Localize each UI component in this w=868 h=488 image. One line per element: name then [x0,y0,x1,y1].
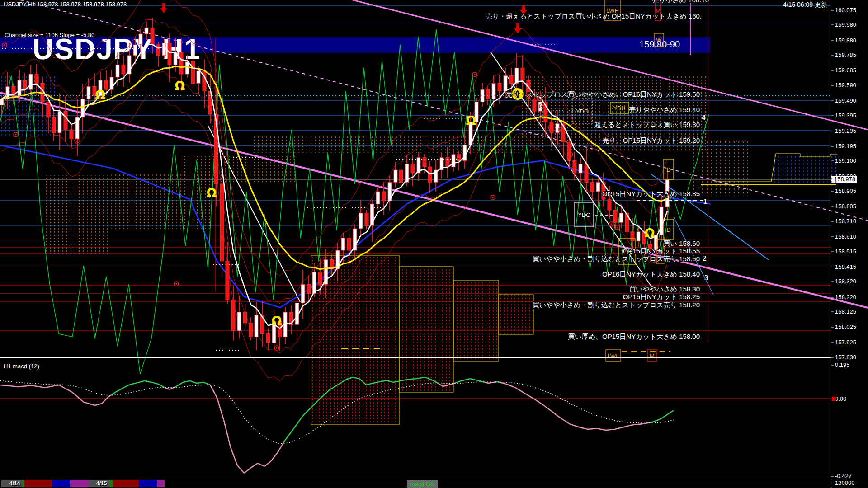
sell-signal-marker [2,43,7,47]
omega-signal-icon: Ω [95,88,106,102]
svg-text:D: D [666,166,670,173]
macd-toggle-button[interactable]: macd ON [407,480,438,488]
price-annotation: 買いやや小さめ・割り込むとストップロス売り 158.20 [533,301,700,310]
svg-text:W: W [656,37,662,43]
session-strip-segment [139,480,157,487]
omega-signal-icon: Ω [466,113,476,127]
sell-signal-marker [274,346,279,350]
price-annotation: 売り・ストップロス買いやや小さめ、OP16日NYカット 159.50 [505,90,700,99]
marker-box-w: W [654,33,664,46]
price-annotation: 売り・超えるとストップロス買い小さめ OP15日NYカット大きめ 160. [486,12,702,21]
last-updated-label: 4/15 06:09 更新 [783,1,827,9]
price-annotation: 売りやや小さめ 159.40 [629,106,700,114]
session-strip-segment [70,480,88,487]
date-label: 4/14 [9,480,20,487]
down-arrow-icon [160,3,167,13]
session-strip-segment [113,480,139,487]
chart-canvas[interactable]: ΩΩΩΩΩΩLWHMWYDOYDHDYDCDWYDLLWLM [0,0,868,488]
wave-count-label: 2 [703,254,707,263]
session-strip-segment [165,480,831,487]
trading-chart-window: 159.80-90 USDJPY H1 ΩΩΩΩΩΩLWHMWYDOYDHDYD… [0,0,868,488]
price-annotation: 売り、OP15日NYカット 159.20 [602,136,700,145]
session-strip-segment [157,480,165,487]
price-annotation: OP15日NYカット大きめ 158.85 [602,190,700,198]
omega-signal-icon: Ω [645,226,655,240]
price-annotation: OP15日NYカット 158.25 [623,293,700,301]
svg-text:YDO: YDO [576,108,589,115]
macd-indicator-label: H1 macd (12) [4,363,39,370]
sell-signal-marker [472,72,477,77]
price-annotation: OP16日NYカット大きめ 158.40 [602,270,700,279]
pane-separator-bottom [0,360,831,360]
price-annotation: 売り小さめ 160.10 [652,0,709,5]
channel-info-label: Channel size = 1106 Slope = -5.80 [5,32,94,38]
date-label: 4/15 [96,480,107,487]
price-annotation: 買いやや小さめ・割り込むとストップロス売り 158.50 [533,255,700,263]
session-strip-segment [24,480,52,487]
price-annotation: 超えるとストップロス買い 159.30 [594,121,700,129]
omega-signal-icon: Ω [207,186,217,200]
svg-text:YDH: YDH [613,105,625,112]
omega-signal-icon: Ω [272,314,282,328]
wave-count-label: 1 [703,197,708,206]
pane-separator-top[interactable] [0,357,831,358]
wave-count-label: 4 [702,113,706,122]
down-arrow-icon [514,23,521,33]
sell-signal-marker [75,139,79,143]
ohlc-title: USDJPY,H1 158.978 158.978 158.978 158.97… [4,1,127,8]
svg-text:YDC: YDC [578,211,590,218]
marker-box-d: D [664,219,674,239]
chart-graphics: ΩΩΩΩΩΩLWHMWYDOYDHDYDCDWYDLLWLM [0,0,868,473]
session-strip-segment [52,480,70,487]
wave-count-label: 3 [704,273,708,282]
price-annotation: 買い厚め、OP15日NYカット大きめ 158.00 [568,333,700,341]
svg-text:D: D [666,226,670,233]
sell-signal-marker [491,195,495,200]
strip-separator[interactable] [0,477,831,477]
omega-signal-icon: Ω [175,79,185,93]
